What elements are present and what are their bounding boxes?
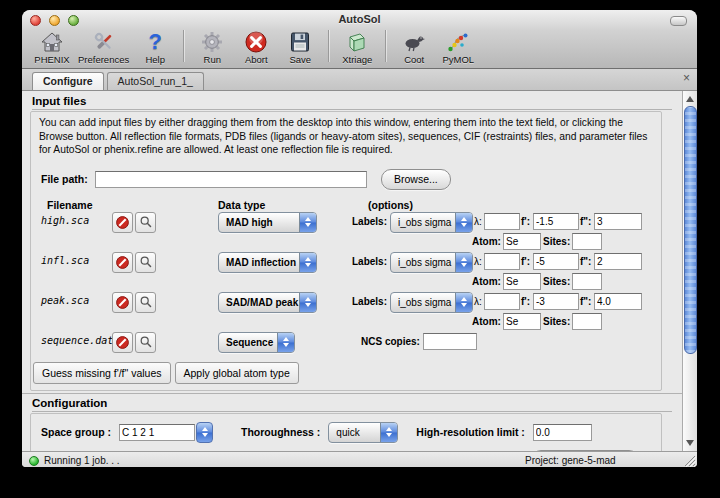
toolbar-toggle-button[interactable] (670, 16, 687, 26)
scrollbar-thumb[interactable] (684, 106, 697, 354)
resize-grip[interactable] (683, 454, 696, 467)
col-data-type: Data type (218, 199, 265, 211)
toolbar-label: Run (204, 54, 221, 65)
delete-icon (115, 215, 130, 230)
close-tab-icon[interactable]: × (683, 71, 690, 85)
titlebar[interactable]: AutoSol (22, 10, 697, 30)
inspect-file-button[interactable] (135, 212, 156, 233)
file-row: sequence.dat Sequence NCS copies: (31, 332, 661, 358)
tab-configure[interactable]: Configure (32, 72, 104, 90)
fpp-label: f": (580, 216, 591, 227)
coot-button[interactable]: Coot (392, 28, 436, 65)
thoroughness-dropdown[interactable]: quick (328, 422, 398, 443)
apply-global-atom-type-button[interactable]: Apply global atom type (175, 362, 299, 384)
lambda-label: λ: (474, 256, 482, 267)
fpp-input[interactable] (594, 213, 642, 230)
content-area: Input files You can add input files by e… (22, 91, 697, 451)
toolbar-separator (183, 30, 184, 62)
save-button[interactable]: Save (278, 28, 322, 65)
pymol-button[interactable]: PyMOL (436, 28, 480, 65)
configuration-heading: Configuration (32, 397, 672, 412)
run-button[interactable]: Run (190, 28, 234, 65)
fp-input[interactable] (533, 253, 579, 270)
section-divider (22, 393, 682, 394)
data-type-dropdown[interactable]: MAD inflection (218, 252, 317, 273)
remove-file-button[interactable] (112, 332, 133, 353)
magnifier-icon (139, 255, 153, 269)
lambda-label: λ: (474, 216, 482, 227)
toolbar-label: Coot (404, 54, 424, 65)
fp-label: f': (521, 296, 530, 307)
remove-file-button[interactable] (112, 212, 133, 233)
dropdown-stepper-icon (299, 253, 316, 272)
fp-input[interactable] (533, 293, 579, 310)
dropdown-stepper-icon (380, 423, 397, 442)
fp-input[interactable] (533, 213, 579, 230)
browse-button[interactable]: Browse... (381, 169, 451, 190)
ncs-copies-label: NCS copies: (361, 336, 420, 347)
filename: sequence.dat (41, 335, 113, 346)
sites-input[interactable] (572, 313, 602, 330)
fp-label: f': (521, 216, 530, 227)
space-group-stepper[interactable] (196, 422, 213, 443)
window-title: AutoSol (22, 13, 697, 25)
fpp-label: f": (580, 256, 591, 267)
filename: peak.sca (41, 295, 89, 306)
ncs-copies-input[interactable] (423, 333, 477, 350)
labels-dropdown[interactable]: i_obs sigma (390, 212, 473, 233)
atom-input[interactable] (503, 233, 541, 250)
file-row: peak.sca SAD/MAD peak Labels: i_obs sigm… (31, 292, 661, 332)
space-group-label: Space group : (41, 426, 111, 438)
dropdown-stepper-icon (299, 213, 316, 232)
toolbar-label: Preferences (78, 54, 129, 65)
abort-button[interactable]: Abort (234, 28, 278, 65)
preferences-button[interactable]: Preferences (74, 28, 133, 65)
remove-file-button[interactable] (112, 292, 133, 313)
phenix-button[interactable]: PHENIX (30, 28, 74, 65)
delete-icon (115, 255, 130, 270)
ribbon-icon (446, 29, 470, 54)
file-path-input[interactable] (95, 171, 367, 188)
sites-label: Sites: (543, 236, 570, 247)
scroll-up-arrow-icon[interactable] (683, 93, 697, 105)
lambda-input[interactable] (484, 293, 520, 310)
scroll-down-arrow-icon[interactable] (683, 437, 697, 449)
data-type-dropdown[interactable]: Sequence (218, 332, 295, 353)
fpp-input[interactable] (594, 253, 642, 270)
inspect-file-button[interactable] (135, 332, 156, 353)
vertical-scrollbar[interactable] (682, 91, 697, 451)
tools-icon (92, 29, 116, 54)
toolbar-label: Help (145, 54, 165, 65)
space-group-input[interactable] (119, 424, 195, 441)
toolbar-separator (328, 30, 329, 62)
tab-autosol-run[interactable]: AutoSol_run_1_ (107, 72, 204, 90)
atom-label: Atom: (472, 236, 501, 247)
help-button[interactable]: ? Help (133, 28, 177, 65)
xtriage-button[interactable]: Xtriage (335, 28, 379, 65)
fpp-input[interactable] (594, 293, 642, 310)
magnifier-icon (139, 335, 153, 349)
status-bar: Running 1 job. . . Project: gene-5-mad (22, 451, 697, 467)
atom-input[interactable] (503, 273, 541, 290)
inspect-file-button[interactable] (135, 252, 156, 273)
remove-file-button[interactable] (112, 252, 133, 273)
sites-input[interactable] (572, 233, 602, 250)
dropdown-stepper-icon (299, 293, 316, 312)
bird-icon (402, 29, 426, 54)
inspect-file-button[interactable] (135, 292, 156, 313)
labels-dropdown[interactable]: i_obs sigma (390, 292, 473, 313)
atom-input[interactable] (503, 313, 541, 330)
sites-input[interactable] (572, 273, 602, 290)
status-text: Running 1 job. . . (44, 455, 120, 466)
data-type-dropdown[interactable]: MAD high (218, 212, 317, 233)
data-type-dropdown[interactable]: SAD/MAD peak (218, 292, 317, 313)
guess-fp-values-button[interactable]: Guess missing f'/f" values (33, 362, 171, 384)
hires-limit-input[interactable] (533, 424, 592, 441)
lambda-input[interactable] (484, 213, 520, 230)
labels-dropdown[interactable]: i_obs sigma (390, 252, 473, 273)
dropdown-stepper-icon (455, 253, 472, 272)
home-icon (40, 29, 64, 54)
lambda-input[interactable] (484, 253, 520, 270)
dropdown-stepper-icon (455, 293, 472, 312)
sites-label: Sites: (543, 276, 570, 287)
